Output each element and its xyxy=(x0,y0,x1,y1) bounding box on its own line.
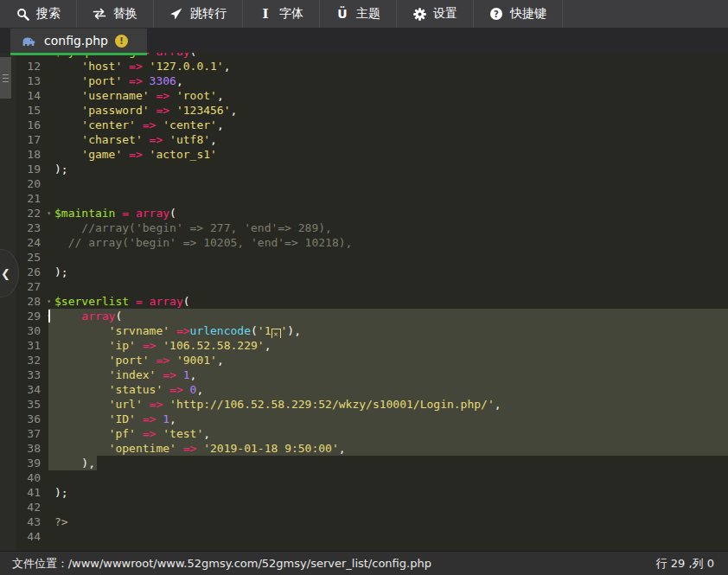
line-number: 43 xyxy=(16,514,48,529)
code-text[interactable]: 'status' => 0, xyxy=(48,382,728,397)
code-line[interactable]: 36 'ID' => 1, xyxy=(0,412,728,426)
line-number: 37 xyxy=(16,426,48,441)
code-text[interactable] xyxy=(48,191,728,206)
code-line[interactable]: 44 xyxy=(0,529,728,544)
code-line[interactable]: 29▾ array( xyxy=(0,309,728,323)
code-line[interactable]: 15 'password' => '123456', xyxy=(0,103,728,118)
code-text[interactable]: 'username' => 'root', xyxy=(48,88,728,103)
code-line[interactable]: 17 'charset' => 'utf8', xyxy=(0,132,728,147)
line-number: 34 xyxy=(16,382,48,397)
line-number: 15 xyxy=(16,103,48,118)
code-line[interactable]: 18 'game' => 'actor_s1' xyxy=(0,147,728,162)
line-number: 31 xyxy=(16,338,48,353)
line-number: 35 xyxy=(16,397,48,412)
code-line[interactable]: 33 'index' => 1, xyxy=(0,367,728,382)
code-text[interactable]: $serverlist = array( xyxy=(48,294,728,309)
code-line[interactable]: 35 'url' => 'http://106.52.58.229:52/wkz… xyxy=(0,397,728,412)
code-text[interactable]: 'ip' => '106.52.58.229', xyxy=(48,338,728,353)
code-line[interactable]: 14 'username' => 'root', xyxy=(0,88,728,103)
code-line[interactable]: 34 'status' => 0, xyxy=(0,382,728,397)
code-line[interactable]: 21 xyxy=(0,191,728,206)
code-text[interactable] xyxy=(48,529,728,544)
code-text[interactable]: // array('begin' => 10205, 'end'=> 10218… xyxy=(48,235,728,250)
goto-line-button[interactable]: 跳转行 xyxy=(154,0,243,28)
tab-filename: config.php xyxy=(44,34,108,48)
code-line[interactable]: 22▾$maintain = array( xyxy=(0,206,728,220)
line-number: 32 xyxy=(16,353,48,367)
code-text[interactable]: $maintain = array( xyxy=(48,206,728,220)
code-text[interactable]: $mysqlconfig = array( xyxy=(48,53,728,59)
code-line[interactable]: 16 'center' => 'center', xyxy=(0,118,728,132)
goto-line-label: 跳转行 xyxy=(190,6,227,22)
code-line[interactable]: 25 xyxy=(0,250,728,265)
editor-pane[interactable]: 11▾$mysqlconfig = array(12 'host' => '12… xyxy=(0,53,728,551)
code-lines: 11▾$mysqlconfig = array(12 'host' => '12… xyxy=(0,53,728,544)
code-line[interactable]: 31 'ip' => '106.52.58.229', xyxy=(0,338,728,353)
code-text[interactable]: ); xyxy=(48,485,728,500)
line-number: 19 xyxy=(16,162,48,176)
sidebar-collapsed-tab[interactable] xyxy=(0,57,11,99)
theme-label: 主题 xyxy=(356,6,380,22)
code-text[interactable]: ), xyxy=(48,456,728,470)
code-line[interactable]: 39 ), xyxy=(0,456,728,470)
search-button[interactable]: 搜索 xyxy=(0,0,77,28)
code-text[interactable]: ?> xyxy=(48,514,728,529)
code-text[interactable]: 'pf' => 'test', xyxy=(48,426,728,441)
code-text[interactable]: 'charset' => 'utf8', xyxy=(48,132,728,147)
line-number: 30 xyxy=(16,323,48,338)
code-line[interactable]: 20 xyxy=(0,176,728,191)
code-line[interactable]: 41); xyxy=(0,485,728,500)
code-line[interactable]: 23 //array('begin' => 277, 'end'=> 289), xyxy=(0,220,728,235)
code-line[interactable]: 28▾$serverlist = array( xyxy=(0,294,728,309)
code-text[interactable]: //array('begin' => 277, 'end'=> 289), xyxy=(48,220,728,235)
code-line[interactable]: 13 'port' => 3306, xyxy=(0,73,728,88)
code-text[interactable]: 'port' => '9001', xyxy=(48,353,728,367)
code-text[interactable]: 'srvname' =>urlencode('1'), xyxy=(48,323,728,338)
code-text[interactable] xyxy=(48,250,728,265)
theme-button[interactable]: Ü 主题 xyxy=(320,0,397,28)
replace-button[interactable]: 替换 xyxy=(77,0,154,28)
code-line[interactable]: 12 'host' => '127.0.0.1', xyxy=(0,59,728,73)
code-line[interactable]: 40 xyxy=(0,470,728,485)
code-text[interactable] xyxy=(48,176,728,191)
code-line[interactable]: 24 // array('begin' => 10205, 'end'=> 10… xyxy=(0,235,728,250)
chevron-left-icon: ❮ xyxy=(1,267,10,280)
line-number: 36 xyxy=(16,412,48,426)
shortcuts-button[interactable]: ? 快捷键 xyxy=(474,0,563,28)
shortcuts-label: 快捷键 xyxy=(510,6,546,22)
line-number: 13 xyxy=(16,73,48,88)
code-line[interactable]: 38 'opentime' => '2019-01-18 9:50:00', xyxy=(0,441,728,456)
code-line[interactable]: 30 'srvname' =>urlencode('1'), xyxy=(0,323,728,338)
code-line[interactable]: 37 'pf' => 'test', xyxy=(0,426,728,441)
code-line[interactable]: 19); xyxy=(0,162,728,176)
code-text[interactable]: 'opentime' => '2019-01-18 9:50:00', xyxy=(48,441,728,456)
theme-icon: Ü xyxy=(335,7,349,21)
code-text[interactable]: 'url' => 'http://106.52.58.229:52/wkzy/s… xyxy=(48,397,728,412)
code-line[interactable]: 43?> xyxy=(0,514,728,529)
file-location: 文件位置 : /www/wwwroot/www.52gmsy.com/52gms… xyxy=(12,556,431,572)
line-number: 25 xyxy=(16,250,48,265)
code-text[interactable]: 'index' => 1, xyxy=(48,367,728,382)
tab-config-php[interactable]: config.php ! xyxy=(10,29,147,55)
code-text[interactable]: ); xyxy=(48,265,728,279)
code-line[interactable]: 27 xyxy=(0,279,728,294)
goto-line-icon xyxy=(169,7,183,21)
code-line[interactable]: 26); xyxy=(0,265,728,279)
code-text[interactable]: 'game' => 'actor_s1' xyxy=(48,147,728,162)
code-text[interactable]: 'center' => 'center', xyxy=(48,118,728,132)
font-button[interactable]: I 字体 xyxy=(243,0,320,28)
code-text[interactable] xyxy=(48,500,728,514)
code-text[interactable]: 'ID' => 1, xyxy=(48,412,728,426)
code-text[interactable]: 'host' => '127.0.0.1', xyxy=(48,59,728,73)
code-text[interactable] xyxy=(48,279,728,294)
code-line[interactable]: 42 xyxy=(0,500,728,514)
code-text[interactable]: array( xyxy=(48,309,728,323)
code-line[interactable]: 32 'port' => '9001', xyxy=(0,353,728,367)
code-text[interactable]: 'password' => '123456', xyxy=(48,103,728,118)
line-number: 16 xyxy=(16,118,48,132)
code-text[interactable] xyxy=(48,470,728,485)
settings-button[interactable]: 设置 xyxy=(397,0,474,28)
code-text[interactable]: 'port' => 3306, xyxy=(48,73,728,88)
line-number: 42 xyxy=(16,500,48,514)
code-text[interactable]: ); xyxy=(48,162,728,176)
